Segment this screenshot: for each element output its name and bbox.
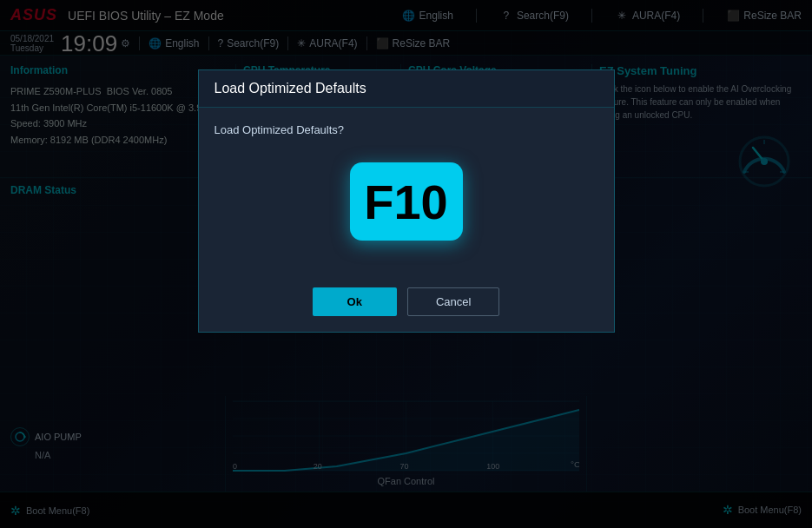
modal-overlay: Load Optimized Defaults Load Optimized D… — [0, 0, 812, 528]
modal-body: Load Optimized Defaults? F10 — [199, 108, 614, 277]
modal-actions: Ok Cancel — [199, 277, 614, 332]
modal-title: Load Optimized Defaults — [215, 81, 598, 96]
cancel-button[interactable]: Cancel — [407, 287, 499, 316]
ok-button[interactable]: Ok — [313, 287, 397, 316]
f10-key-icon: F10 — [350, 162, 463, 241]
load-defaults-modal: Load Optimized Defaults Load Optimized D… — [198, 69, 615, 333]
f10-key-display: F10 — [215, 162, 598, 241]
modal-header: Load Optimized Defaults — [199, 70, 614, 108]
modal-question: Load Optimized Defaults? — [215, 123, 598, 136]
